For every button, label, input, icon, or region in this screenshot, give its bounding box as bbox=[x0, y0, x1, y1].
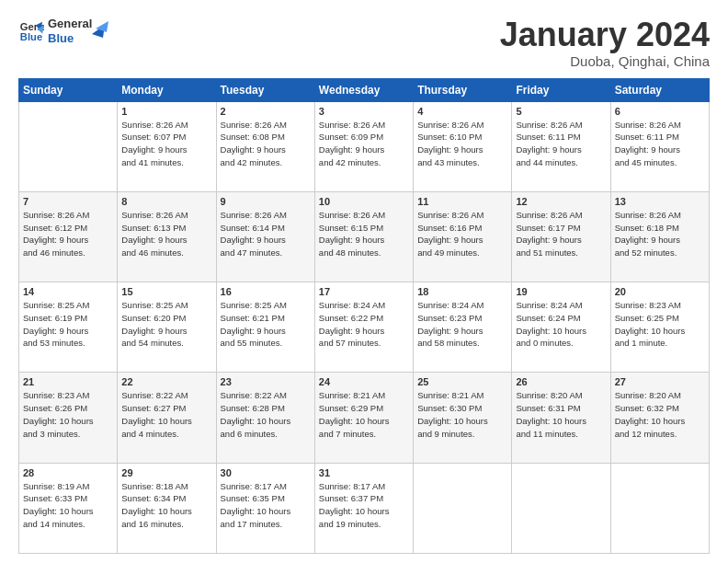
calendar-cell: 5Sunrise: 8:26 AM Sunset: 6:11 PM Daylig… bbox=[512, 101, 610, 191]
day-number: 22 bbox=[121, 376, 211, 387]
calendar-cell: 7Sunrise: 8:26 AM Sunset: 6:12 PM Daylig… bbox=[19, 191, 118, 282]
svg-text:Blue: Blue bbox=[20, 31, 42, 42]
calendar-cell: 17Sunrise: 8:24 AM Sunset: 6:22 PM Dayli… bbox=[314, 282, 413, 373]
day-number: 4 bbox=[417, 106, 507, 117]
day-number: 12 bbox=[516, 196, 606, 207]
calendar-week-row: 7Sunrise: 8:26 AM Sunset: 6:12 PM Daylig… bbox=[19, 191, 710, 282]
page: General Blue General Blue January 2024 D… bbox=[0, 0, 728, 563]
weekday-header: Saturday bbox=[610, 78, 709, 101]
day-info: Sunrise: 8:26 AM Sunset: 6:07 PM Dayligh… bbox=[121, 119, 211, 169]
calendar-cell: 14Sunrise: 8:25 AM Sunset: 6:19 PM Dayli… bbox=[19, 282, 118, 373]
logo-line2: Blue bbox=[48, 31, 92, 46]
calendar-cell: 3Sunrise: 8:26 AM Sunset: 6:09 PM Daylig… bbox=[314, 101, 413, 191]
day-number: 5 bbox=[516, 106, 606, 117]
calendar-cell: 12Sunrise: 8:26 AM Sunset: 6:17 PM Dayli… bbox=[512, 191, 610, 282]
calendar-cell: 13Sunrise: 8:26 AM Sunset: 6:18 PM Dayli… bbox=[610, 191, 709, 282]
day-number: 20 bbox=[615, 286, 705, 297]
calendar-cell: 23Sunrise: 8:22 AM Sunset: 6:28 PM Dayli… bbox=[216, 373, 314, 463]
day-number: 11 bbox=[417, 196, 507, 207]
month-title: January 2024 bbox=[500, 17, 710, 53]
calendar-week-row: 28Sunrise: 8:19 AM Sunset: 6:33 PM Dayli… bbox=[19, 463, 710, 553]
day-info: Sunrise: 8:22 AM Sunset: 6:27 PM Dayligh… bbox=[121, 389, 211, 440]
day-number: 15 bbox=[121, 286, 211, 297]
day-number: 27 bbox=[615, 376, 705, 387]
calendar-cell: 9Sunrise: 8:26 AM Sunset: 6:14 PM Daylig… bbox=[216, 191, 314, 282]
logo: General Blue General Blue bbox=[18, 17, 112, 45]
day-info: Sunrise: 8:20 AM Sunset: 6:32 PM Dayligh… bbox=[615, 389, 705, 440]
subtitle: Duoba, Qinghai, China bbox=[500, 53, 710, 69]
day-info: Sunrise: 8:17 AM Sunset: 6:35 PM Dayligh… bbox=[221, 480, 311, 531]
calendar-cell: 30Sunrise: 8:17 AM Sunset: 6:35 PM Dayli… bbox=[216, 463, 314, 553]
day-number: 9 bbox=[221, 196, 311, 207]
calendar-cell: 19Sunrise: 8:24 AM Sunset: 6:24 PM Dayli… bbox=[512, 282, 610, 373]
day-info: Sunrise: 8:26 AM Sunset: 6:18 PM Dayligh… bbox=[615, 209, 705, 259]
calendar-cell: 28Sunrise: 8:19 AM Sunset: 6:33 PM Dayli… bbox=[19, 463, 118, 553]
day-number: 14 bbox=[23, 286, 113, 297]
day-number: 10 bbox=[319, 196, 409, 207]
calendar-cell: 10Sunrise: 8:26 AM Sunset: 6:15 PM Dayli… bbox=[314, 191, 413, 282]
calendar-cell: 24Sunrise: 8:21 AM Sunset: 6:29 PM Dayli… bbox=[314, 373, 413, 463]
day-number: 21 bbox=[23, 376, 113, 387]
calendar-cell: 8Sunrise: 8:26 AM Sunset: 6:13 PM Daylig… bbox=[118, 191, 216, 282]
weekday-header-row: SundayMondayTuesdayWednesdayThursdayFrid… bbox=[19, 78, 710, 101]
day-info: Sunrise: 8:26 AM Sunset: 6:12 PM Dayligh… bbox=[23, 209, 113, 259]
day-info: Sunrise: 8:26 AM Sunset: 6:10 PM Dayligh… bbox=[417, 119, 507, 169]
day-number: 26 bbox=[516, 376, 606, 387]
weekday-header: Sunday bbox=[19, 78, 118, 101]
day-number: 24 bbox=[319, 376, 409, 387]
calendar-cell: 2Sunrise: 8:26 AM Sunset: 6:08 PM Daylig… bbox=[216, 101, 314, 191]
day-info: Sunrise: 8:26 AM Sunset: 6:11 PM Dayligh… bbox=[615, 119, 705, 169]
calendar-cell: 26Sunrise: 8:20 AM Sunset: 6:31 PM Dayli… bbox=[512, 373, 610, 463]
day-info: Sunrise: 8:24 AM Sunset: 6:22 PM Dayligh… bbox=[319, 299, 409, 350]
day-info: Sunrise: 8:24 AM Sunset: 6:23 PM Dayligh… bbox=[417, 299, 507, 350]
day-number: 19 bbox=[516, 286, 606, 297]
calendar-cell bbox=[19, 101, 118, 191]
day-number: 13 bbox=[615, 196, 705, 207]
day-number: 7 bbox=[23, 196, 113, 207]
logo-icon: General Blue bbox=[18, 18, 44, 44]
calendar-cell: 16Sunrise: 8:25 AM Sunset: 6:21 PM Dayli… bbox=[216, 282, 314, 373]
logo-arrow-icon bbox=[92, 17, 112, 38]
calendar-cell: 22Sunrise: 8:22 AM Sunset: 6:27 PM Dayli… bbox=[118, 373, 216, 463]
header: General Blue General Blue January 2024 D… bbox=[18, 17, 710, 69]
day-number: 17 bbox=[319, 286, 409, 297]
calendar-cell bbox=[610, 463, 709, 553]
calendar-week-row: 1Sunrise: 8:26 AM Sunset: 6:07 PM Daylig… bbox=[19, 101, 710, 191]
day-info: Sunrise: 8:26 AM Sunset: 6:14 PM Dayligh… bbox=[221, 209, 311, 259]
day-info: Sunrise: 8:26 AM Sunset: 6:11 PM Dayligh… bbox=[516, 119, 606, 169]
day-number: 25 bbox=[417, 376, 507, 387]
calendar-cell: 20Sunrise: 8:23 AM Sunset: 6:25 PM Dayli… bbox=[610, 282, 709, 373]
calendar-cell bbox=[512, 463, 610, 553]
weekday-header: Wednesday bbox=[314, 78, 413, 101]
day-info: Sunrise: 8:17 AM Sunset: 6:37 PM Dayligh… bbox=[319, 480, 409, 531]
day-info: Sunrise: 8:23 AM Sunset: 6:26 PM Dayligh… bbox=[23, 389, 113, 440]
day-number: 1 bbox=[121, 106, 211, 117]
day-number: 8 bbox=[121, 196, 211, 207]
calendar-cell: 4Sunrise: 8:26 AM Sunset: 6:10 PM Daylig… bbox=[414, 101, 512, 191]
calendar-cell: 1Sunrise: 8:26 AM Sunset: 6:07 PM Daylig… bbox=[118, 101, 216, 191]
day-number: 29 bbox=[121, 467, 211, 478]
day-info: Sunrise: 8:25 AM Sunset: 6:21 PM Dayligh… bbox=[221, 299, 311, 350]
day-info: Sunrise: 8:26 AM Sunset: 6:13 PM Dayligh… bbox=[121, 209, 211, 259]
calendar-cell: 27Sunrise: 8:20 AM Sunset: 6:32 PM Dayli… bbox=[610, 373, 709, 463]
day-info: Sunrise: 8:25 AM Sunset: 6:19 PM Dayligh… bbox=[23, 299, 113, 350]
day-number: 2 bbox=[221, 106, 311, 117]
calendar-cell: 21Sunrise: 8:23 AM Sunset: 6:26 PM Dayli… bbox=[19, 373, 118, 463]
day-number: 6 bbox=[615, 106, 705, 117]
day-number: 3 bbox=[319, 106, 409, 117]
day-info: Sunrise: 8:21 AM Sunset: 6:30 PM Dayligh… bbox=[417, 389, 507, 440]
day-number: 16 bbox=[221, 286, 311, 297]
calendar-cell: 18Sunrise: 8:24 AM Sunset: 6:23 PM Dayli… bbox=[414, 282, 512, 373]
day-info: Sunrise: 8:19 AM Sunset: 6:33 PM Dayligh… bbox=[23, 480, 113, 531]
title-block: January 2024 Duoba, Qinghai, China bbox=[500, 17, 710, 69]
day-info: Sunrise: 8:24 AM Sunset: 6:24 PM Dayligh… bbox=[516, 299, 606, 350]
weekday-header: Tuesday bbox=[216, 78, 314, 101]
day-info: Sunrise: 8:21 AM Sunset: 6:29 PM Dayligh… bbox=[319, 389, 409, 440]
day-info: Sunrise: 8:20 AM Sunset: 6:31 PM Dayligh… bbox=[516, 389, 606, 440]
calendar-cell: 25Sunrise: 8:21 AM Sunset: 6:30 PM Dayli… bbox=[414, 373, 512, 463]
day-number: 30 bbox=[221, 467, 311, 478]
day-number: 28 bbox=[23, 467, 113, 478]
calendar-table: SundayMondayTuesdayWednesdayThursdayFrid… bbox=[18, 78, 710, 554]
calendar-cell: 31Sunrise: 8:17 AM Sunset: 6:37 PM Dayli… bbox=[314, 463, 413, 553]
day-info: Sunrise: 8:26 AM Sunset: 6:08 PM Dayligh… bbox=[221, 119, 311, 169]
